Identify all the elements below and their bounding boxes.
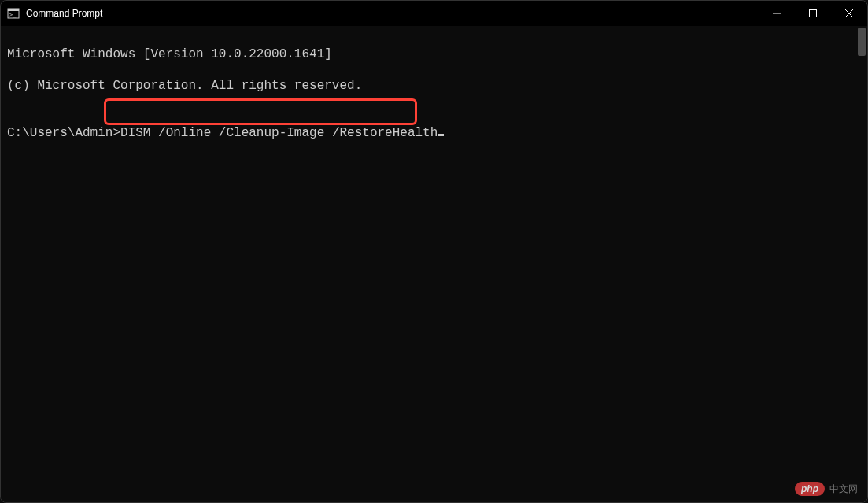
terminal-content[interactable]: Microsoft Windows [Version 10.0.22000.16… <box>1 26 856 502</box>
watermark-badge: php <box>795 482 825 496</box>
window-title: Command Prompt <box>26 8 102 19</box>
scrollbar[interactable] <box>856 26 867 502</box>
prompt-line: C:\Users\Admin>DISM /Online /Cleanup-Ima… <box>7 125 850 141</box>
terminal-area[interactable]: Microsoft Windows [Version 10.0.22000.16… <box>1 26 867 502</box>
titlebar-left: >_ Command Prompt <box>7 7 102 20</box>
watermark: php 中文网 <box>795 482 858 496</box>
cmd-icon: >_ <box>7 7 20 20</box>
svg-rect-1 <box>8 9 19 11</box>
maximize-button[interactable] <box>795 1 831 26</box>
window-controls <box>759 1 867 26</box>
close-button[interactable] <box>831 1 867 26</box>
svg-text:>_: >_ <box>9 12 17 18</box>
titlebar[interactable]: >_ Command Prompt <box>1 1 867 26</box>
watermark-text: 中文网 <box>829 483 858 496</box>
minimize-button[interactable] <box>759 1 795 26</box>
command-input[interactable]: DISM /Online /Cleanup-Image /RestoreHeal… <box>120 125 438 141</box>
scrollbar-thumb[interactable] <box>858 28 866 56</box>
output-line: (c) Microsoft Corporation. All rights re… <box>7 78 850 94</box>
svg-rect-4 <box>810 10 817 17</box>
cursor <box>438 134 444 136</box>
output-line: Microsoft Windows [Version 10.0.22000.16… <box>7 46 850 62</box>
prompt-text: C:\Users\Admin> <box>7 125 120 141</box>
command-prompt-window: >_ Command Prompt Microsoft Windows [Ver… <box>0 0 868 503</box>
